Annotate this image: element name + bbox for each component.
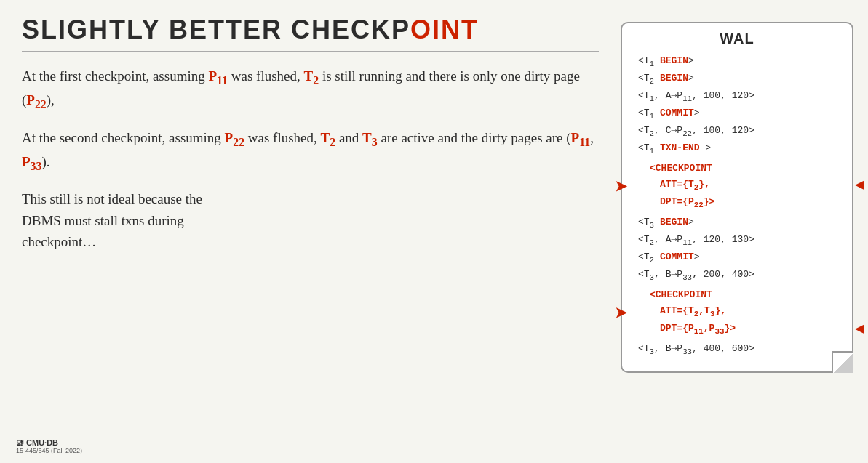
logo-name: 🖳 CMU·DB [16,438,82,447]
paragraph-2: At the second checkpoint, assuming P22 w… [22,127,599,176]
arrow-right-2: ◀ [855,317,864,342]
wal-line-11: <T3, B→P33, 400, 600> [638,341,842,358]
wal-line-1: <T1 BEGIN> [638,53,842,71]
bottom-logo: 🖳 CMU·DB 15-445/645 (Fall 2022) [16,438,82,454]
checkpoint-1-line1: <CHECKPOINT [638,161,842,177]
checkpoint-1: ➤ <CHECKPOINT ATT={T2}, ◀ DPT={P22}> [638,159,842,213]
checkpoint-1-line3: DPT={P22}> [638,194,842,212]
wal-line-6: <T1 TXN-END > [638,140,842,158]
checkpoint-2-line2: ATT={T2,T3}, [638,303,842,321]
right-section: WAL <T1 BEGIN> <T2 BEGIN> <T1, A→P11, 10… [613,15,853,448]
checkpoint-2-line3: DPT={P11,P33}> ◀ [638,321,842,338]
checkpoint-2-line1: <CHECKPOINT [638,287,842,303]
wal-line-8: <T2, A→P11, 120, 130> [638,232,842,249]
wal-line-4: <T1 COMMIT> [638,105,842,123]
wal-line-5: <T2, C→P22, 100, 120> [638,123,842,140]
arrow-left-2: ➤ [615,304,627,321]
main-container: SLIGHTLY BETTER CHECKPOINT At the first … [0,0,868,463]
wal-line-2: <T2 BEGIN> [638,71,842,88]
paragraph-3: This still is not ideal because the DBMS… [22,188,599,252]
wal-content: <T1 BEGIN> <T2 BEGIN> <T1, A→P11, 100, 1… [632,53,842,358]
arrow-right-1: ◀ [855,173,864,198]
wal-title: WAL [632,31,842,47]
wal-line-10: <T3, B→P33, 200, 400> [638,267,842,284]
paragraph-1: At the first checkpoint, assuming P11 wa… [22,65,599,114]
wal-line-9: <T2 COMMIT> [638,249,842,267]
arrow-left-1: ➤ [615,177,627,195]
logo-course: 15-445/645 (Fall 2022) [16,447,82,454]
wal-line-7: <T3 BEGIN> [638,214,842,232]
wal-line-3: <T1, A→P11, 100, 120> [638,88,842,105]
page-title: SLIGHTLY BETTER CHECKPOINT [22,15,599,52]
left-section: SLIGHTLY BETTER CHECKPOINT At the first … [22,15,613,448]
wal-panel: WAL <T1 BEGIN> <T2 BEGIN> <T1, A→P11, 10… [621,22,853,373]
checkpoint-1-line2: ATT={T2}, ◀ [638,177,842,194]
checkpoint-2: ➤ <CHECKPOINT ATT={T2,T3}, DPT={P11,P33}… [638,286,842,339]
